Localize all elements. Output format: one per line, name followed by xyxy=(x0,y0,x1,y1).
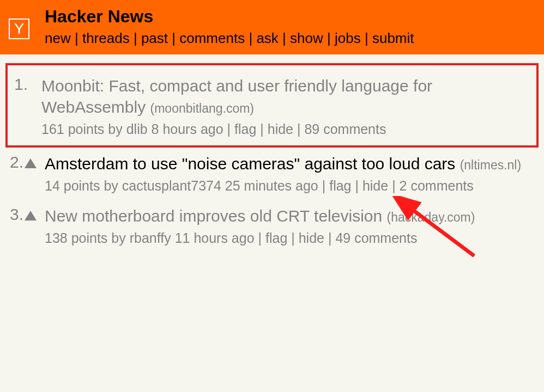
story-author[interactable]: dlib xyxy=(126,121,148,137)
meta-sep: | xyxy=(392,178,399,193)
header: Y Hacker News new | threads | past | com… xyxy=(0,0,544,54)
story-title-link[interactable]: Amsterdam to use "noise cameras" against… xyxy=(45,155,455,173)
meta-sep: | xyxy=(260,121,267,137)
story-body: Amsterdam to use "noise cameras" against… xyxy=(45,153,536,195)
nav-sep: | xyxy=(327,30,335,46)
nav-past[interactable]: past xyxy=(141,30,168,46)
story-rank: 2. xyxy=(10,153,23,171)
story-rank: 1. xyxy=(12,75,38,139)
site-title[interactable]: Hacker News xyxy=(45,7,535,27)
hide-link[interactable]: hide xyxy=(299,230,324,246)
nav-sep: | xyxy=(172,30,179,46)
nav-sep: | xyxy=(282,30,290,46)
story-title-row: Amsterdam to use "noise cameras" against… xyxy=(45,153,536,174)
story-points: 138 points xyxy=(45,230,107,246)
story-domain[interactable]: (hackaday.com) xyxy=(387,210,475,224)
story-title-link[interactable]: New motherboard improves old CRT televis… xyxy=(45,207,382,225)
nav-threads[interactable]: threads xyxy=(82,30,130,46)
nav-row: new | threads | past | comments | ask | … xyxy=(45,29,535,48)
story-meta: 161 points by dlib 8 hours ago | flag | … xyxy=(41,120,532,139)
meta-sep: | xyxy=(291,230,298,246)
story-points: 161 points xyxy=(41,121,104,137)
nav-sep: | xyxy=(134,30,141,46)
meta-sep: | xyxy=(355,178,362,193)
story-age[interactable]: 25 minutes ago xyxy=(225,178,318,193)
by-prefix: by xyxy=(108,121,122,137)
story-domain[interactable]: (nltimes.nl) xyxy=(460,158,521,172)
story-rank: 3. xyxy=(10,205,23,224)
story-item: 2. Amsterdam to use "noise cameras" agai… xyxy=(4,149,540,201)
meta-sep: | xyxy=(258,230,265,246)
meta-sep: | xyxy=(328,230,335,246)
story-item: 3. New motherboard improves old CRT tele… xyxy=(4,201,540,253)
story-item: 1. Moonbit: Fast, compact and user frien… xyxy=(5,63,539,148)
nav-comments[interactable]: comments xyxy=(179,30,245,46)
comments-link[interactable]: 2 comments xyxy=(400,178,474,193)
flag-link[interactable]: flag xyxy=(265,230,287,246)
story-author[interactable]: cactusplant7374 xyxy=(122,178,221,193)
meta-sep: | xyxy=(227,121,234,137)
flag-link[interactable]: flag xyxy=(329,178,351,193)
comments-link[interactable]: 49 comments xyxy=(335,230,417,246)
nav-sep: | xyxy=(249,30,256,46)
nav-new[interactable]: new xyxy=(45,30,71,46)
by-prefix: by xyxy=(104,178,118,193)
story-domain[interactable]: (moonbitlang.com) xyxy=(150,101,254,115)
story-body: New motherboard improves old CRT televis… xyxy=(45,205,536,248)
by-prefix: by xyxy=(111,230,125,246)
meta-sep: | xyxy=(297,121,304,137)
rank-cell: 3. xyxy=(8,205,41,248)
nav-sep: | xyxy=(365,30,372,46)
nav-show[interactable]: show xyxy=(290,30,323,46)
story-meta: 138 points by rbanffy 11 hours ago | fla… xyxy=(45,229,536,248)
comments-link[interactable]: 89 comments xyxy=(304,121,386,137)
nav-submit[interactable]: submit xyxy=(372,30,414,46)
upvote-icon[interactable] xyxy=(25,158,37,168)
rank-cell: 2. xyxy=(8,153,41,195)
meta-sep: | xyxy=(322,178,329,193)
hide-link[interactable]: hide xyxy=(268,121,293,137)
story-age[interactable]: 8 hours ago xyxy=(152,121,223,137)
logo-icon[interactable]: Y xyxy=(9,19,29,39)
nav-jobs[interactable]: jobs xyxy=(335,30,361,46)
story-title-row: New motherboard improves old CRT televis… xyxy=(45,205,536,226)
story-age[interactable]: 11 hours ago xyxy=(175,230,255,246)
story-meta: 14 points by cactusplant7374 25 minutes … xyxy=(45,176,536,195)
nav-sep: | xyxy=(75,30,82,46)
story-author[interactable]: rbanffy xyxy=(130,230,171,246)
story-body: Moonbit: Fast, compact and user friendly… xyxy=(41,75,532,139)
story-title-row: Moonbit: Fast, compact and user friendly… xyxy=(41,75,532,118)
story-list: 1. Moonbit: Fast, compact and user frien… xyxy=(0,54,544,253)
hide-link[interactable]: hide xyxy=(362,178,388,193)
upvote-icon[interactable] xyxy=(25,211,37,220)
nav-ask[interactable]: ask xyxy=(256,30,278,46)
flag-link[interactable]: flag xyxy=(234,121,256,137)
story-points: 14 points xyxy=(45,178,100,193)
header-content: Hacker News new | threads | past | comme… xyxy=(45,7,535,48)
